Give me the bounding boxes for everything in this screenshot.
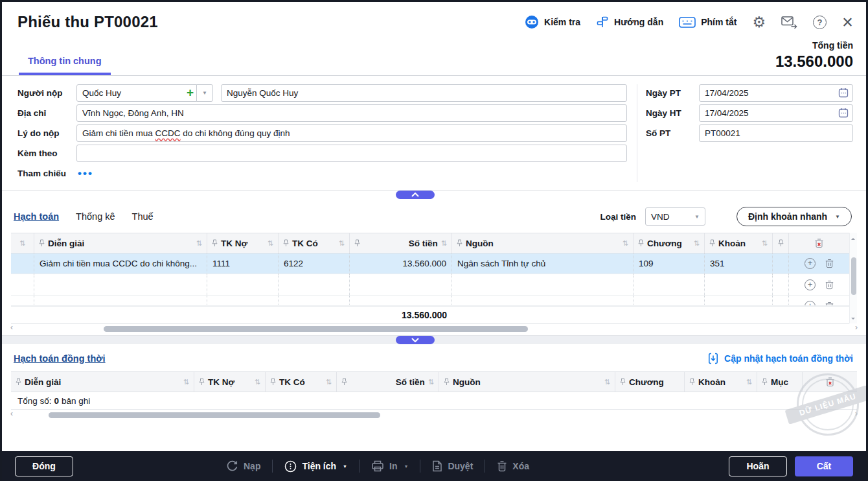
pin-icon[interactable] <box>354 239 360 247</box>
sort-icon[interactable]: ⇅ <box>326 378 332 386</box>
pin-icon[interactable] <box>709 239 715 247</box>
sort-icon[interactable]: ⇅ <box>746 378 752 386</box>
reason-input[interactable]: Giảm chi tiền mua CCDC do chi không đúng… <box>76 124 627 142</box>
vertical-scrollbar[interactable] <box>849 233 857 323</box>
pin-icon[interactable] <box>341 378 347 386</box>
pin-icon[interactable] <box>457 239 463 247</box>
cell-item[interactable]: 351 <box>705 253 773 274</box>
help-icon[interactable]: ? <box>813 16 827 29</box>
simultaneous-table: Diễn giải⇅ TK Nợ⇅ TK Có⇅ Số tiền⇅ Nguồn⇅… <box>11 371 857 410</box>
sort-icon[interactable]: ⇅ <box>183 378 189 386</box>
pin-icon[interactable] <box>762 378 768 386</box>
currency-select[interactable]: VND ▼ <box>645 207 705 226</box>
receipt-no-input[interactable] <box>699 124 853 142</box>
guide-button[interactable]: Hướng dẫn <box>596 16 663 29</box>
tab-tax[interactable]: Thuế <box>132 211 154 222</box>
save-button[interactable]: Cất <box>795 456 853 476</box>
payer-code-input[interactable] <box>76 84 197 102</box>
address-input[interactable] <box>76 104 627 122</box>
send-feedback-icon[interactable] <box>781 16 797 29</box>
sort-icon[interactable]: ⇅ <box>694 239 700 248</box>
sort-icon[interactable]: ⇅ <box>604 378 610 386</box>
tab-accounting[interactable]: Hạch toán <box>14 211 59 222</box>
check-button[interactable]: Kiểm tra <box>525 15 580 29</box>
tab-general-info[interactable]: Thông tin chung <box>19 56 111 75</box>
table-row[interactable]: Giảm chi tiền mua CCDC do chi không... 1… <box>11 253 849 274</box>
delete-all-rows-icon[interactable] <box>825 377 835 387</box>
cell-credit-account[interactable]: 6122 <box>279 253 350 274</box>
calendar-icon[interactable] <box>838 88 849 100</box>
pin-icon[interactable] <box>638 239 644 247</box>
add-row-icon[interactable]: + <box>805 279 816 290</box>
scrollbar-thumb[interactable] <box>851 257 856 295</box>
document-icon <box>432 460 442 472</box>
collapse-up-button[interactable] <box>396 191 435 199</box>
simultaneous-title-link[interactable]: Hạch toán đồng thời <box>14 353 106 364</box>
sort-icon[interactable]: ⇅ <box>255 378 260 386</box>
pin-icon[interactable] <box>689 378 695 386</box>
pin-icon[interactable] <box>620 378 626 386</box>
add-row-icon[interactable]: + <box>805 301 816 307</box>
pin-icon[interactable] <box>199 378 205 386</box>
approve-button[interactable]: Duyệt <box>432 460 473 472</box>
delete-all-rows-icon[interactable] <box>814 238 824 248</box>
sort-icon[interactable]: ⇅ <box>622 239 628 248</box>
horizontal-scrollbar[interactable]: ‹ › <box>16 325 852 333</box>
quick-entry-button[interactable]: Định khoản nhanh ▼ <box>737 207 852 226</box>
sort-icon[interactable]: ⇅ <box>339 239 345 248</box>
add-payer-icon[interactable]: + <box>187 86 194 100</box>
horizontal-scrollbar[interactable]: ‹ › <box>16 412 852 419</box>
delete-row-icon[interactable] <box>825 280 834 290</box>
scroll-right-icon[interactable]: › <box>855 409 858 418</box>
cell-source[interactable]: Ngân sách Tỉnh tự chủ <box>452 253 634 274</box>
collapse-down-button[interactable] <box>396 336 435 344</box>
pin-icon[interactable] <box>778 239 784 247</box>
scroll-right-icon[interactable]: › <box>855 323 858 332</box>
pin-icon[interactable] <box>212 239 218 247</box>
sort-icon[interactable]: ⇅ <box>268 239 273 248</box>
close-icon[interactable]: × <box>842 14 853 30</box>
scroll-left-icon[interactable]: ‹ <box>10 409 13 418</box>
cell-debit-account[interactable]: 1111 <box>207 253 279 274</box>
settings-icon[interactable]: ⚙ <box>752 15 766 30</box>
cell-chapter[interactable]: 109 <box>634 253 705 274</box>
attachment-input[interactable] <box>76 145 627 162</box>
delete-row-icon[interactable] <box>825 301 834 307</box>
pin-icon[interactable] <box>16 378 21 386</box>
sort-icon[interactable]: ⇅ <box>428 378 434 386</box>
update-simultaneous-button[interactable]: Cập nhật hạch toán đồng thời <box>708 353 853 364</box>
sort-icon[interactable]: ⇅ <box>762 239 768 248</box>
payer-name-input[interactable] <box>221 84 627 102</box>
reload-label: Nạp <box>244 461 260 471</box>
scroll-left-icon[interactable]: ‹ <box>10 323 13 332</box>
scrollbar-thumb[interactable] <box>49 412 380 418</box>
utilities-button[interactable]: Tiện ích ▼ <box>284 460 347 473</box>
reload-button[interactable]: Nạp <box>226 460 260 473</box>
pin-icon[interactable] <box>283 239 289 247</box>
sort-icon[interactable]: ⇅ <box>19 239 25 248</box>
cell-description[interactable]: Giảm chi tiền mua CCDC do chi không... <box>34 253 207 274</box>
pin-icon[interactable] <box>39 239 45 247</box>
sort-icon[interactable]: ⇅ <box>196 239 202 248</box>
receipt-date-input[interactable] <box>699 84 853 102</box>
scrollbar-thumb[interactable] <box>104 326 528 332</box>
pin-icon[interactable] <box>270 378 276 386</box>
table-row[interactable]: + <box>11 296 849 306</box>
add-row-icon[interactable]: + <box>805 258 816 269</box>
sort-icon[interactable]: ⇅ <box>441 239 447 248</box>
tab-statistics[interactable]: Thống kê <box>76 211 115 222</box>
postpone-button[interactable]: Hoãn <box>729 456 787 476</box>
update-simultaneous-label: Cập nhật hạch toán đồng thời <box>724 353 853 364</box>
table-row[interactable]: + <box>11 274 849 296</box>
cell-amount[interactable]: 13.560.000 <box>350 253 452 274</box>
delete-button[interactable]: Xóa <box>497 460 529 472</box>
reference-more-button[interactable]: ••• <box>76 170 93 177</box>
shortcut-button[interactable]: Phím tắt <box>679 17 737 28</box>
posting-date-input[interactable] <box>699 104 853 122</box>
calendar-icon[interactable] <box>838 108 849 121</box>
pin-icon[interactable] <box>444 378 450 386</box>
print-button[interactable]: In ▼ <box>371 460 408 472</box>
close-button[interactable]: Đóng <box>15 456 73 476</box>
delete-row-icon[interactable] <box>825 259 834 268</box>
payer-dropdown-button[interactable]: ▼ <box>196 84 213 102</box>
